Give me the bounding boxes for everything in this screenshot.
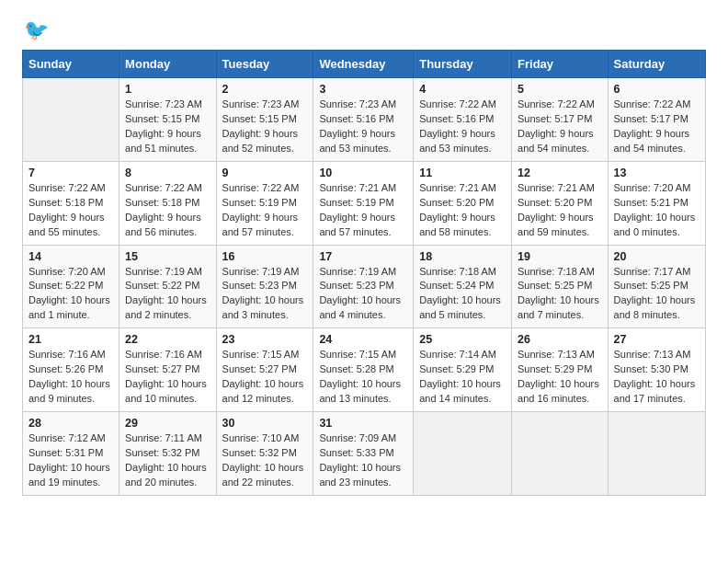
day-number: 3 (319, 83, 407, 96)
calendar-cell: 4Sunrise: 7:22 AM Sunset: 5:16 PM Daylig… (414, 78, 512, 162)
day-number: 6 (614, 83, 700, 96)
header-day-sunday: Sunday (23, 51, 119, 78)
day-number: 14 (28, 250, 113, 263)
calendar-cell: 29Sunrise: 7:11 AM Sunset: 5:32 PM Dayli… (119, 412, 216, 496)
calendar-cell: 16Sunrise: 7:19 AM Sunset: 5:23 PM Dayli… (216, 245, 313, 328)
calendar-cell: 28Sunrise: 7:12 AM Sunset: 5:31 PM Dayli… (23, 412, 119, 496)
day-info: Sunrise: 7:22 AM Sunset: 5:18 PM Dayligh… (125, 181, 210, 240)
calendar-cell (512, 412, 609, 496)
calendar-cell: 17Sunrise: 7:19 AM Sunset: 5:23 PM Dayli… (313, 245, 414, 328)
day-number: 2 (222, 83, 308, 96)
day-number: 30 (222, 417, 308, 430)
header-day-tuesday: Tuesday (216, 51, 313, 78)
day-number: 7 (28, 167, 113, 179)
day-number: 13 (614, 167, 700, 179)
day-info: Sunrise: 7:09 AM Sunset: 5:33 PM Dayligh… (319, 431, 407, 490)
day-info: Sunrise: 7:22 AM Sunset: 5:18 PM Dayligh… (28, 181, 113, 240)
calendar-cell: 12Sunrise: 7:21 AM Sunset: 5:20 PM Dayli… (512, 161, 609, 245)
day-number: 31 (319, 417, 407, 430)
day-number: 20 (614, 250, 700, 263)
day-info: Sunrise: 7:13 AM Sunset: 5:30 PM Dayligh… (614, 348, 700, 407)
day-info: Sunrise: 7:22 AM Sunset: 5:17 PM Dayligh… (614, 98, 700, 156)
day-info: Sunrise: 7:18 AM Sunset: 5:25 PM Dayligh… (518, 265, 602, 324)
calendar-cell (23, 78, 119, 162)
day-number: 24 (319, 333, 407, 346)
day-number: 16 (222, 250, 308, 263)
header-day-monday: Monday (119, 51, 216, 78)
day-info: Sunrise: 7:11 AM Sunset: 5:32 PM Dayligh… (125, 431, 210, 490)
day-info: Sunrise: 7:21 AM Sunset: 5:20 PM Dayligh… (419, 181, 506, 240)
day-number: 15 (125, 250, 210, 263)
calendar-cell: 27Sunrise: 7:13 AM Sunset: 5:30 PM Dayli… (608, 328, 705, 412)
calendar-cell: 9Sunrise: 7:22 AM Sunset: 5:19 PM Daylig… (216, 161, 313, 245)
day-info: Sunrise: 7:13 AM Sunset: 5:29 PM Dayligh… (518, 348, 602, 407)
day-info: Sunrise: 7:23 AM Sunset: 5:15 PM Dayligh… (222, 98, 308, 156)
day-number: 12 (518, 167, 602, 179)
day-number: 29 (125, 417, 210, 430)
day-info: Sunrise: 7:23 AM Sunset: 5:16 PM Dayligh… (319, 98, 407, 156)
logo: 🐦 (22, 18, 49, 42)
day-number: 28 (28, 417, 113, 430)
day-number: 21 (28, 333, 113, 346)
day-info: Sunrise: 7:10 AM Sunset: 5:32 PM Dayligh… (222, 431, 308, 490)
day-number: 17 (319, 250, 407, 263)
calendar-cell: 23Sunrise: 7:15 AM Sunset: 5:27 PM Dayli… (216, 328, 313, 412)
week-row-1: 1Sunrise: 7:23 AM Sunset: 5:15 PM Daylig… (23, 78, 706, 162)
calendar-cell: 30Sunrise: 7:10 AM Sunset: 5:32 PM Dayli… (216, 412, 313, 496)
calendar-cell: 18Sunrise: 7:18 AM Sunset: 5:24 PM Dayli… (414, 245, 512, 328)
day-number: 23 (222, 333, 308, 346)
calendar-cell: 11Sunrise: 7:21 AM Sunset: 5:20 PM Dayli… (414, 161, 512, 245)
day-info: Sunrise: 7:15 AM Sunset: 5:28 PM Dayligh… (319, 348, 407, 407)
header-day-saturday: Saturday (608, 51, 705, 78)
day-number: 4 (419, 83, 506, 96)
day-number: 5 (518, 83, 602, 96)
calendar-cell: 2Sunrise: 7:23 AM Sunset: 5:15 PM Daylig… (216, 78, 313, 162)
day-info: Sunrise: 7:17 AM Sunset: 5:25 PM Dayligh… (614, 265, 700, 324)
calendar-cell: 24Sunrise: 7:15 AM Sunset: 5:28 PM Dayli… (313, 328, 414, 412)
day-info: Sunrise: 7:16 AM Sunset: 5:26 PM Dayligh… (28, 348, 113, 407)
calendar-cell: 19Sunrise: 7:18 AM Sunset: 5:25 PM Dayli… (512, 245, 609, 328)
week-row-2: 7Sunrise: 7:22 AM Sunset: 5:18 PM Daylig… (23, 161, 706, 245)
calendar-cell: 22Sunrise: 7:16 AM Sunset: 5:27 PM Dayli… (119, 328, 216, 412)
header-day-wednesday: Wednesday (313, 51, 414, 78)
day-info: Sunrise: 7:19 AM Sunset: 5:22 PM Dayligh… (125, 265, 210, 324)
calendar-cell: 21Sunrise: 7:16 AM Sunset: 5:26 PM Dayli… (23, 328, 119, 412)
day-info: Sunrise: 7:22 AM Sunset: 5:17 PM Dayligh… (518, 98, 602, 156)
day-number: 8 (125, 167, 210, 179)
day-info: Sunrise: 7:12 AM Sunset: 5:31 PM Dayligh… (28, 431, 113, 490)
page-header: 🐦 (22, 18, 706, 42)
day-info: Sunrise: 7:19 AM Sunset: 5:23 PM Dayligh… (222, 265, 308, 324)
calendar-cell: 15Sunrise: 7:19 AM Sunset: 5:22 PM Dayli… (119, 245, 216, 328)
day-info: Sunrise: 7:18 AM Sunset: 5:24 PM Dayligh… (419, 265, 506, 324)
day-number: 1 (125, 83, 210, 96)
calendar-cell (608, 412, 705, 496)
day-info: Sunrise: 7:22 AM Sunset: 5:16 PM Dayligh… (419, 98, 506, 156)
calendar-cell (414, 412, 512, 496)
calendar-cell: 31Sunrise: 7:09 AM Sunset: 5:33 PM Dayli… (313, 412, 414, 496)
day-number: 10 (319, 167, 407, 179)
calendar-cell: 10Sunrise: 7:21 AM Sunset: 5:19 PM Dayli… (313, 161, 414, 245)
day-info: Sunrise: 7:20 AM Sunset: 5:21 PM Dayligh… (614, 181, 700, 240)
calendar-cell: 5Sunrise: 7:22 AM Sunset: 5:17 PM Daylig… (512, 78, 609, 162)
day-number: 11 (419, 167, 506, 179)
day-info: Sunrise: 7:21 AM Sunset: 5:19 PM Dayligh… (319, 181, 407, 240)
day-number: 9 (222, 167, 308, 179)
day-info: Sunrise: 7:15 AM Sunset: 5:27 PM Dayligh… (222, 348, 308, 407)
day-number: 27 (614, 333, 700, 346)
day-info: Sunrise: 7:20 AM Sunset: 5:22 PM Dayligh… (28, 265, 113, 324)
calendar-cell: 25Sunrise: 7:14 AM Sunset: 5:29 PM Dayli… (414, 328, 512, 412)
calendar-cell: 1Sunrise: 7:23 AM Sunset: 5:15 PM Daylig… (119, 78, 216, 162)
calendar-cell: 20Sunrise: 7:17 AM Sunset: 5:25 PM Dayli… (608, 245, 705, 328)
day-number: 18 (419, 250, 506, 263)
week-row-4: 21Sunrise: 7:16 AM Sunset: 5:26 PM Dayli… (23, 328, 706, 412)
calendar-cell: 26Sunrise: 7:13 AM Sunset: 5:29 PM Dayli… (512, 328, 609, 412)
day-number: 26 (518, 333, 602, 346)
calendar-cell: 3Sunrise: 7:23 AM Sunset: 5:16 PM Daylig… (313, 78, 414, 162)
header-day-friday: Friday (512, 51, 609, 78)
day-info: Sunrise: 7:21 AM Sunset: 5:20 PM Dayligh… (518, 181, 602, 240)
day-info: Sunrise: 7:14 AM Sunset: 5:29 PM Dayligh… (419, 348, 506, 407)
day-number: 25 (419, 333, 506, 346)
calendar-cell: 13Sunrise: 7:20 AM Sunset: 5:21 PM Dayli… (608, 161, 705, 245)
week-row-3: 14Sunrise: 7:20 AM Sunset: 5:22 PM Dayli… (23, 245, 706, 328)
day-info: Sunrise: 7:23 AM Sunset: 5:15 PM Dayligh… (125, 98, 210, 156)
